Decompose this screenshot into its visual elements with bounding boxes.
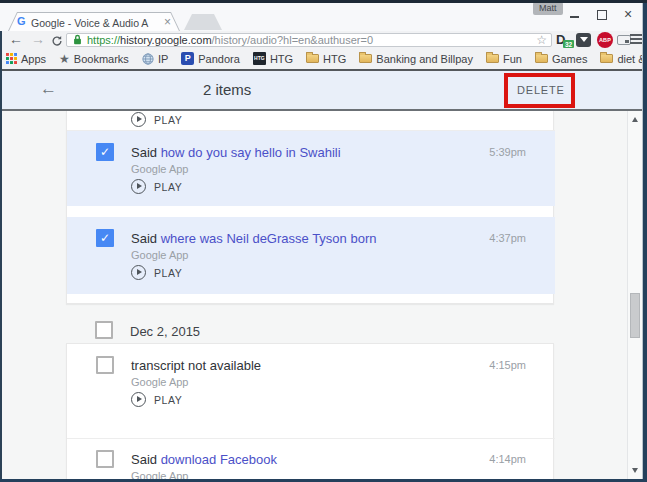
folder-icon xyxy=(306,54,319,63)
minimize-button[interactable] xyxy=(566,7,582,21)
item-source: Google App xyxy=(131,249,189,261)
adblock-extension-icon[interactable]: ABP xyxy=(597,32,613,48)
window-frame-left xyxy=(0,31,2,482)
htg-icon: HTG xyxy=(253,52,266,65)
bookmark-ip[interactable]: IP xyxy=(142,53,168,65)
bookmark-htg[interactable]: HTG HTG xyxy=(253,52,293,65)
checkbox-unchecked[interactable] xyxy=(95,321,113,339)
scrollbar-thumb[interactable] xyxy=(630,293,640,338)
play-icon xyxy=(131,265,146,280)
item-link[interactable]: where was Neil deGrasse Tyson born xyxy=(161,231,377,246)
item-link[interactable]: download Facebook xyxy=(161,452,277,467)
profile-badge[interactable]: Matt xyxy=(533,2,563,15)
chevron-extension-icon[interactable] xyxy=(576,33,591,47)
folder-icon xyxy=(600,54,613,63)
page-back-icon[interactable]: ← xyxy=(40,79,57,99)
window-frame-top xyxy=(0,0,647,3)
selected-count: 2 items xyxy=(203,81,251,98)
item-title: transcript not available xyxy=(131,358,261,373)
folder-icon xyxy=(535,54,548,63)
back-icon[interactable]: ← xyxy=(9,31,23,47)
folder-icon xyxy=(359,54,372,63)
list-item: Said download Facebook Google App 4:14pm xyxy=(67,438,555,482)
maximize-button[interactable] xyxy=(594,7,610,21)
item-title: Said download Facebook xyxy=(131,452,277,467)
google-favicon-icon: G xyxy=(17,15,26,27)
bookmark-folder-banking[interactable]: Banking and Billpay xyxy=(359,53,473,65)
check-icon: ✓ xyxy=(100,231,110,245)
star-icon: ★ xyxy=(59,53,70,65)
item-title: Said where was Neil deGrasse Tyson born xyxy=(131,231,376,246)
play-icon xyxy=(131,179,146,194)
tab-title: Google - Voice & Audio A xyxy=(31,17,157,29)
scroll-up-icon[interactable] xyxy=(632,117,638,122)
chrome-menu-icon[interactable] xyxy=(630,34,642,46)
address-bar[interactable]: https://history.google.com/history/audio… xyxy=(66,33,552,47)
maximize-icon xyxy=(597,10,607,20)
minimize-icon xyxy=(570,16,579,18)
bookmark-apps[interactable]: Apps xyxy=(6,53,46,65)
date-header-row: Dec 2, 2015 xyxy=(66,319,554,341)
screenshare-extension-icon[interactable] xyxy=(617,35,631,45)
bookmark-bookmarks[interactable]: ★ Bookmarks xyxy=(59,53,129,65)
url-scheme: https:// xyxy=(87,34,120,46)
activity-card-dec2: transcript not available Google App PLAY… xyxy=(66,343,554,482)
bookmark-folder-games[interactable]: Games xyxy=(535,53,587,65)
tab-close-icon[interactable]: × xyxy=(164,15,171,29)
globe-icon xyxy=(142,53,154,65)
disconnect-badge: 32 xyxy=(563,40,574,48)
bookmark-star-icon[interactable]: ☆ xyxy=(536,34,547,46)
url-domain: history.google.com xyxy=(120,34,212,46)
play-icon xyxy=(131,112,146,127)
bookmarks-bar: Apps ★ Bookmarks IP P Pandora HTG HTG HT… xyxy=(0,48,640,69)
folder-icon xyxy=(486,54,499,63)
url-path: /history/audio?hl=en&authuser=0 xyxy=(212,34,373,46)
item-time: 4:15pm xyxy=(489,359,526,371)
bookmark-folder-htg[interactable]: HTG xyxy=(306,53,346,65)
item-time: 4:37pm xyxy=(489,232,526,244)
bookmark-folder-fun[interactable]: Fun xyxy=(486,53,522,65)
forward-icon[interactable]: → xyxy=(31,31,45,47)
list-item: ✓ Said where was Neil deGrasse Tyson bor… xyxy=(67,217,555,294)
activity-card-dec3: PLAY ✓ Said how do you say hello in Swah… xyxy=(66,111,554,304)
chevron-down-icon xyxy=(580,37,588,42)
item-time: 5:39pm xyxy=(489,146,526,158)
date-header: Dec 2, 2015 xyxy=(130,324,200,339)
screen-dot xyxy=(625,40,629,43)
close-button[interactable]: × xyxy=(620,7,636,21)
checkbox-unchecked[interactable] xyxy=(96,450,114,468)
bookmark-folder-diet[interactable]: diet & exercise xyxy=(600,53,647,65)
checkbox-unchecked[interactable] xyxy=(96,356,114,374)
item-title: Said how do you say hello in Swahili xyxy=(131,145,341,160)
play-icon xyxy=(131,392,146,407)
padlock-icon[interactable] xyxy=(73,31,82,49)
item-link[interactable]: how do you say hello in Swahili xyxy=(161,145,341,160)
checkbox-checked[interactable]: ✓ xyxy=(96,229,114,247)
check-icon: ✓ xyxy=(100,145,110,159)
apps-grid-icon xyxy=(6,53,17,64)
browser-window: G Google - Voice & Audio A × Matt × ← → … xyxy=(0,0,647,482)
annotation-highlight-box xyxy=(504,73,575,108)
item-source: Google App xyxy=(131,163,189,175)
scroll-down-icon[interactable] xyxy=(632,468,638,473)
item-source: Google App xyxy=(131,376,189,388)
item-time: 4:14pm xyxy=(489,453,526,465)
scrollbar[interactable] xyxy=(627,111,642,479)
pandora-icon: P xyxy=(181,52,194,65)
checkbox-checked[interactable]: ✓ xyxy=(96,143,114,161)
list-item: transcript not available Google App PLAY… xyxy=(67,344,555,438)
bookmark-pandora[interactable]: P Pandora xyxy=(181,52,240,65)
url-text: https://history.google.com/history/audio… xyxy=(87,34,536,46)
list-item: ✓ Said how do you say hello in Swahili G… xyxy=(67,131,555,206)
window-frame-right xyxy=(642,3,647,482)
